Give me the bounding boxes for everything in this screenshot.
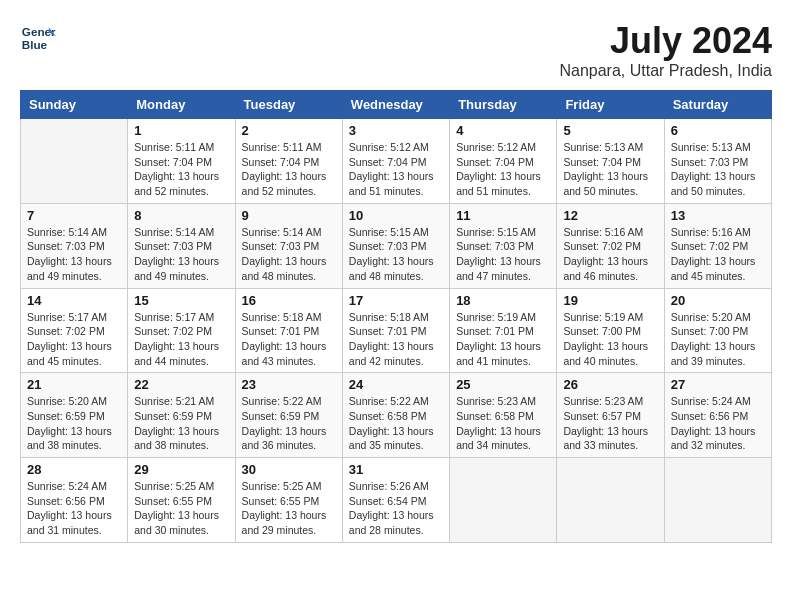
week-row-1: 1Sunrise: 5:11 AM Sunset: 7:04 PM Daylig… bbox=[21, 119, 772, 204]
day-detail: Sunrise: 5:19 AM Sunset: 7:00 PM Dayligh… bbox=[563, 310, 657, 369]
day-detail: Sunrise: 5:25 AM Sunset: 6:55 PM Dayligh… bbox=[242, 479, 336, 538]
day-detail: Sunrise: 5:23 AM Sunset: 6:57 PM Dayligh… bbox=[563, 394, 657, 453]
day-detail: Sunrise: 5:24 AM Sunset: 6:56 PM Dayligh… bbox=[671, 394, 765, 453]
day-cell bbox=[557, 458, 664, 543]
day-detail: Sunrise: 5:13 AM Sunset: 7:03 PM Dayligh… bbox=[671, 140, 765, 199]
day-detail: Sunrise: 5:16 AM Sunset: 7:02 PM Dayligh… bbox=[563, 225, 657, 284]
day-detail: Sunrise: 5:16 AM Sunset: 7:02 PM Dayligh… bbox=[671, 225, 765, 284]
day-cell: 30Sunrise: 5:25 AM Sunset: 6:55 PM Dayli… bbox=[235, 458, 342, 543]
day-detail: Sunrise: 5:15 AM Sunset: 7:03 PM Dayligh… bbox=[456, 225, 550, 284]
day-detail: Sunrise: 5:14 AM Sunset: 7:03 PM Dayligh… bbox=[27, 225, 121, 284]
day-cell: 22Sunrise: 5:21 AM Sunset: 6:59 PM Dayli… bbox=[128, 373, 235, 458]
day-number: 14 bbox=[27, 293, 121, 308]
day-detail: Sunrise: 5:11 AM Sunset: 7:04 PM Dayligh… bbox=[134, 140, 228, 199]
logo: General Blue bbox=[20, 20, 56, 56]
day-detail: Sunrise: 5:14 AM Sunset: 7:03 PM Dayligh… bbox=[242, 225, 336, 284]
day-cell: 8Sunrise: 5:14 AM Sunset: 7:03 PM Daylig… bbox=[128, 203, 235, 288]
weekday-header-friday: Friday bbox=[557, 91, 664, 119]
day-cell: 24Sunrise: 5:22 AM Sunset: 6:58 PM Dayli… bbox=[342, 373, 449, 458]
day-cell: 19Sunrise: 5:19 AM Sunset: 7:00 PM Dayli… bbox=[557, 288, 664, 373]
day-number: 27 bbox=[671, 377, 765, 392]
day-cell: 13Sunrise: 5:16 AM Sunset: 7:02 PM Dayli… bbox=[664, 203, 771, 288]
day-cell: 27Sunrise: 5:24 AM Sunset: 6:56 PM Dayli… bbox=[664, 373, 771, 458]
day-detail: Sunrise: 5:11 AM Sunset: 7:04 PM Dayligh… bbox=[242, 140, 336, 199]
day-detail: Sunrise: 5:15 AM Sunset: 7:03 PM Dayligh… bbox=[349, 225, 443, 284]
day-cell: 17Sunrise: 5:18 AM Sunset: 7:01 PM Dayli… bbox=[342, 288, 449, 373]
day-cell: 12Sunrise: 5:16 AM Sunset: 7:02 PM Dayli… bbox=[557, 203, 664, 288]
day-number: 8 bbox=[134, 208, 228, 223]
day-cell: 10Sunrise: 5:15 AM Sunset: 7:03 PM Dayli… bbox=[342, 203, 449, 288]
day-detail: Sunrise: 5:22 AM Sunset: 6:58 PM Dayligh… bbox=[349, 394, 443, 453]
day-cell: 26Sunrise: 5:23 AM Sunset: 6:57 PM Dayli… bbox=[557, 373, 664, 458]
day-cell: 4Sunrise: 5:12 AM Sunset: 7:04 PM Daylig… bbox=[450, 119, 557, 204]
day-cell: 29Sunrise: 5:25 AM Sunset: 6:55 PM Dayli… bbox=[128, 458, 235, 543]
day-cell bbox=[21, 119, 128, 204]
day-number: 15 bbox=[134, 293, 228, 308]
day-detail: Sunrise: 5:22 AM Sunset: 6:59 PM Dayligh… bbox=[242, 394, 336, 453]
calendar-header: SundayMondayTuesdayWednesdayThursdayFrid… bbox=[21, 91, 772, 119]
day-number: 30 bbox=[242, 462, 336, 477]
day-number: 13 bbox=[671, 208, 765, 223]
day-detail: Sunrise: 5:13 AM Sunset: 7:04 PM Dayligh… bbox=[563, 140, 657, 199]
day-number: 21 bbox=[27, 377, 121, 392]
weekday-header-wednesday: Wednesday bbox=[342, 91, 449, 119]
day-number: 16 bbox=[242, 293, 336, 308]
day-number: 12 bbox=[563, 208, 657, 223]
day-number: 31 bbox=[349, 462, 443, 477]
day-detail: Sunrise: 5:18 AM Sunset: 7:01 PM Dayligh… bbox=[349, 310, 443, 369]
day-cell: 25Sunrise: 5:23 AM Sunset: 6:58 PM Dayli… bbox=[450, 373, 557, 458]
day-cell: 9Sunrise: 5:14 AM Sunset: 7:03 PM Daylig… bbox=[235, 203, 342, 288]
logo-icon: General Blue bbox=[20, 20, 56, 56]
day-number: 3 bbox=[349, 123, 443, 138]
day-detail: Sunrise: 5:23 AM Sunset: 6:58 PM Dayligh… bbox=[456, 394, 550, 453]
day-number: 22 bbox=[134, 377, 228, 392]
calendar-table: SundayMondayTuesdayWednesdayThursdayFrid… bbox=[20, 90, 772, 543]
week-row-4: 21Sunrise: 5:20 AM Sunset: 6:59 PM Dayli… bbox=[21, 373, 772, 458]
day-cell: 5Sunrise: 5:13 AM Sunset: 7:04 PM Daylig… bbox=[557, 119, 664, 204]
day-detail: Sunrise: 5:25 AM Sunset: 6:55 PM Dayligh… bbox=[134, 479, 228, 538]
day-cell: 1Sunrise: 5:11 AM Sunset: 7:04 PM Daylig… bbox=[128, 119, 235, 204]
day-cell: 7Sunrise: 5:14 AM Sunset: 7:03 PM Daylig… bbox=[21, 203, 128, 288]
weekday-header-monday: Monday bbox=[128, 91, 235, 119]
location-title: Nanpara, Uttar Pradesh, India bbox=[559, 62, 772, 80]
day-detail: Sunrise: 5:19 AM Sunset: 7:01 PM Dayligh… bbox=[456, 310, 550, 369]
day-number: 5 bbox=[563, 123, 657, 138]
day-detail: Sunrise: 5:26 AM Sunset: 6:54 PM Dayligh… bbox=[349, 479, 443, 538]
day-number: 9 bbox=[242, 208, 336, 223]
day-detail: Sunrise: 5:17 AM Sunset: 7:02 PM Dayligh… bbox=[134, 310, 228, 369]
day-number: 6 bbox=[671, 123, 765, 138]
day-number: 26 bbox=[563, 377, 657, 392]
day-number: 25 bbox=[456, 377, 550, 392]
day-number: 17 bbox=[349, 293, 443, 308]
day-number: 11 bbox=[456, 208, 550, 223]
month-year-title: July 2024 bbox=[559, 20, 772, 62]
day-number: 29 bbox=[134, 462, 228, 477]
header: General Blue July 2024 Nanpara, Uttar Pr… bbox=[20, 20, 772, 80]
weekday-header-sunday: Sunday bbox=[21, 91, 128, 119]
day-cell: 6Sunrise: 5:13 AM Sunset: 7:03 PM Daylig… bbox=[664, 119, 771, 204]
day-detail: Sunrise: 5:21 AM Sunset: 6:59 PM Dayligh… bbox=[134, 394, 228, 453]
weekday-header-tuesday: Tuesday bbox=[235, 91, 342, 119]
day-detail: Sunrise: 5:14 AM Sunset: 7:03 PM Dayligh… bbox=[134, 225, 228, 284]
day-number: 4 bbox=[456, 123, 550, 138]
day-cell: 11Sunrise: 5:15 AM Sunset: 7:03 PM Dayli… bbox=[450, 203, 557, 288]
day-cell: 15Sunrise: 5:17 AM Sunset: 7:02 PM Dayli… bbox=[128, 288, 235, 373]
day-cell: 20Sunrise: 5:20 AM Sunset: 7:00 PM Dayli… bbox=[664, 288, 771, 373]
day-cell: 18Sunrise: 5:19 AM Sunset: 7:01 PM Dayli… bbox=[450, 288, 557, 373]
week-row-2: 7Sunrise: 5:14 AM Sunset: 7:03 PM Daylig… bbox=[21, 203, 772, 288]
day-cell: 3Sunrise: 5:12 AM Sunset: 7:04 PM Daylig… bbox=[342, 119, 449, 204]
day-number: 1 bbox=[134, 123, 228, 138]
svg-text:Blue: Blue bbox=[22, 38, 48, 51]
title-area: July 2024 Nanpara, Uttar Pradesh, India bbox=[559, 20, 772, 80]
day-cell: 23Sunrise: 5:22 AM Sunset: 6:59 PM Dayli… bbox=[235, 373, 342, 458]
weekday-header-saturday: Saturday bbox=[664, 91, 771, 119]
day-cell: 2Sunrise: 5:11 AM Sunset: 7:04 PM Daylig… bbox=[235, 119, 342, 204]
day-detail: Sunrise: 5:20 AM Sunset: 6:59 PM Dayligh… bbox=[27, 394, 121, 453]
day-detail: Sunrise: 5:12 AM Sunset: 7:04 PM Dayligh… bbox=[456, 140, 550, 199]
day-number: 18 bbox=[456, 293, 550, 308]
day-detail: Sunrise: 5:12 AM Sunset: 7:04 PM Dayligh… bbox=[349, 140, 443, 199]
day-number: 10 bbox=[349, 208, 443, 223]
day-number: 19 bbox=[563, 293, 657, 308]
day-detail: Sunrise: 5:17 AM Sunset: 7:02 PM Dayligh… bbox=[27, 310, 121, 369]
weekday-header-thursday: Thursday bbox=[450, 91, 557, 119]
